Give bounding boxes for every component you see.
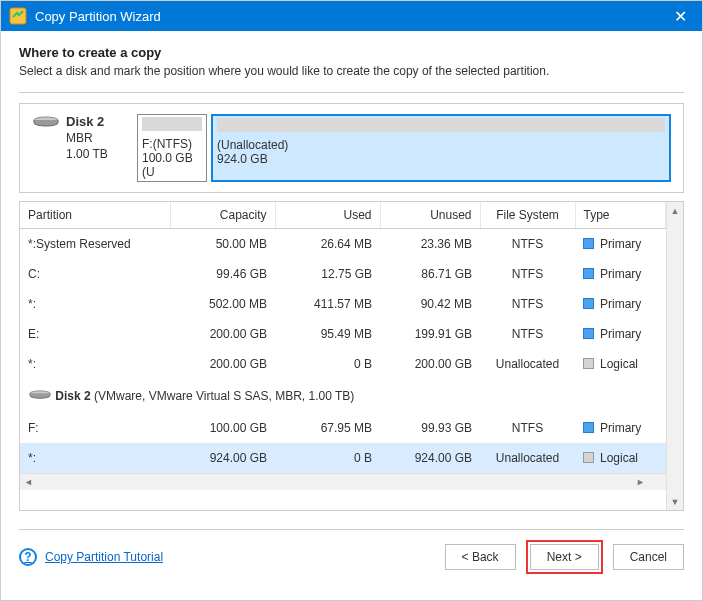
table-row[interactable]: *:System Reserved50.00 MB26.64 MB23.36 M…	[20, 229, 666, 260]
disk-icon	[28, 389, 52, 403]
col-capacity[interactable]: Capacity	[170, 202, 275, 229]
table-row[interactable]: *:502.00 MB411.57 MB90.42 MBNTFSPrimary	[20, 289, 666, 319]
disk-visualizer: Disk 2 MBR 1.00 TB F:(NTFS) 100.0 GB (U …	[19, 103, 684, 193]
cell-unused: 23.36 MB	[380, 229, 480, 260]
col-used[interactable]: Used	[275, 202, 380, 229]
cell-capacity: 200.00 GB	[170, 349, 275, 379]
cell-capacity: 100.00 GB	[170, 413, 275, 443]
table-row[interactable]: E:200.00 GB95.49 MB199.91 GBNTFSPrimary	[20, 319, 666, 349]
close-icon[interactable]: ✕	[666, 7, 694, 26]
cell-used: 0 B	[275, 349, 380, 379]
cell-type: Primary	[575, 229, 666, 260]
next-button[interactable]: Next >	[530, 544, 599, 570]
table-row[interactable]: *:200.00 GB0 B200.00 GBUnallocatedLogica…	[20, 349, 666, 379]
disk-group-details: (VMware, VMware Virtual S SAS, MBR, 1.00…	[91, 389, 355, 403]
cell-capacity: 502.00 MB	[170, 289, 275, 319]
disk-block-title: F:(NTFS)	[142, 137, 202, 151]
cell-filesystem: NTFS	[480, 319, 575, 349]
footer: ? Copy Partition Tutorial < Back Next > …	[1, 540, 702, 588]
table-row[interactable]: F:100.00 GB67.95 MB99.93 GBNTFSPrimary	[20, 413, 666, 443]
cell-filesystem: NTFS	[480, 289, 575, 319]
disk-block-title: (Unallocated)	[217, 138, 665, 152]
disk-group-row[interactable]: Disk 2 (VMware, VMware Virtual S SAS, MB…	[20, 379, 666, 413]
col-filesystem[interactable]: File System	[480, 202, 575, 229]
table-row[interactable]: C:99.46 GB12.75 GB86.71 GBNTFSPrimary	[20, 259, 666, 289]
cell-unused: 199.91 GB	[380, 319, 480, 349]
cell-type: Logical	[575, 349, 666, 379]
scroll-right-icon[interactable]: ►	[632, 474, 649, 490]
page-heading: Where to create a copy	[19, 45, 684, 60]
type-swatch	[583, 422, 594, 433]
cell-partition: *:System Reserved	[20, 229, 170, 260]
disk-block-subtitle: 100.0 GB (U	[142, 151, 202, 179]
cell-used: 67.95 MB	[275, 413, 380, 443]
tutorial-link-text: Copy Partition Tutorial	[45, 550, 163, 564]
app-icon	[9, 7, 27, 25]
partition-table: Partition Capacity Used Unused File Syst…	[20, 202, 666, 473]
help-icon: ?	[19, 548, 37, 566]
cell-type: Primary	[575, 413, 666, 443]
cancel-button[interactable]: Cancel	[613, 544, 684, 570]
footer-divider	[19, 529, 684, 530]
type-swatch	[583, 298, 594, 309]
disk-scheme: MBR	[66, 131, 108, 145]
scroll-up-icon[interactable]: ▲	[667, 202, 683, 219]
type-swatch	[583, 452, 594, 463]
cell-partition: C:	[20, 259, 170, 289]
cell-capacity: 924.00 GB	[170, 443, 275, 473]
type-swatch	[583, 358, 594, 369]
col-type[interactable]: Type	[575, 202, 666, 229]
cell-type: Primary	[575, 259, 666, 289]
col-partition[interactable]: Partition	[20, 202, 170, 229]
cell-used: 411.57 MB	[275, 289, 380, 319]
disk-block-f[interactable]: F:(NTFS) 100.0 GB (U	[137, 114, 207, 182]
page-subheading: Select a disk and mark the position wher…	[19, 64, 684, 78]
tutorial-link[interactable]: ? Copy Partition Tutorial	[19, 548, 163, 566]
cell-used: 26.64 MB	[275, 229, 380, 260]
cell-capacity: 200.00 GB	[170, 319, 275, 349]
cell-filesystem: Unallocated	[480, 443, 575, 473]
cell-unused: 200.00 GB	[380, 349, 480, 379]
cell-filesystem: NTFS	[480, 229, 575, 260]
cell-capacity: 50.00 MB	[170, 229, 275, 260]
scroll-left-icon[interactable]: ◄	[20, 474, 37, 490]
cell-capacity: 99.46 GB	[170, 259, 275, 289]
col-unused[interactable]: Unused	[380, 202, 480, 229]
disk-group-name: Disk 2	[55, 389, 90, 403]
type-swatch	[583, 238, 594, 249]
table-header-row: Partition Capacity Used Unused File Syst…	[20, 202, 666, 229]
cell-type: Primary	[575, 319, 666, 349]
disk-name: Disk 2	[66, 114, 108, 129]
cell-partition: F:	[20, 413, 170, 443]
cell-partition: *:	[20, 349, 170, 379]
cell-filesystem: NTFS	[480, 413, 575, 443]
divider	[19, 92, 684, 93]
cell-partition: *:	[20, 443, 170, 473]
type-swatch	[583, 328, 594, 339]
cell-unused: 90.42 MB	[380, 289, 480, 319]
cell-used: 95.49 MB	[275, 319, 380, 349]
next-highlight: Next >	[526, 540, 603, 574]
disk-size: 1.00 TB	[66, 147, 108, 161]
disk-header: Disk 2 MBR 1.00 TB	[32, 114, 127, 161]
cell-unused: 99.93 GB	[380, 413, 480, 443]
horizontal-scrollbar[interactable]: ◄ ►	[20, 473, 666, 490]
cell-unused: 86.71 GB	[380, 259, 480, 289]
cell-type: Primary	[575, 289, 666, 319]
disk-icon	[32, 116, 60, 126]
window-title: Copy Partition Wizard	[35, 9, 666, 24]
cell-used: 12.75 GB	[275, 259, 380, 289]
svg-rect-0	[10, 8, 26, 24]
cell-partition: *:	[20, 289, 170, 319]
disk-block-unallocated[interactable]: (Unallocated) 924.0 GB	[211, 114, 671, 182]
cell-type: Logical	[575, 443, 666, 473]
cell-filesystem: NTFS	[480, 259, 575, 289]
titlebar: Copy Partition Wizard ✕	[1, 1, 702, 31]
cell-partition: E:	[20, 319, 170, 349]
vertical-scrollbar[interactable]: ▲ ▼	[666, 202, 683, 510]
cell-unused: 924.00 GB	[380, 443, 480, 473]
table-row[interactable]: *:924.00 GB0 B924.00 GBUnallocatedLogica…	[20, 443, 666, 473]
back-button[interactable]: < Back	[445, 544, 516, 570]
cell-filesystem: Unallocated	[480, 349, 575, 379]
scroll-down-icon[interactable]: ▼	[667, 493, 683, 510]
